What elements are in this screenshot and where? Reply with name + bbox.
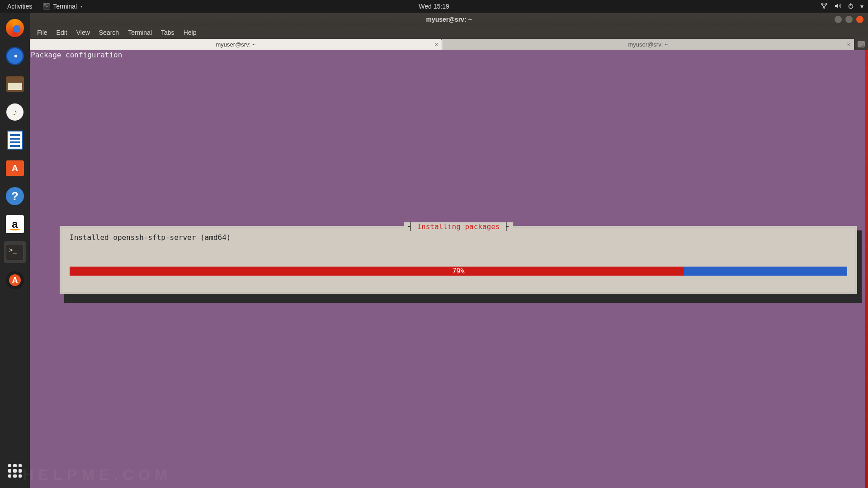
tab-active-label: myuser@srv: ~ [216, 41, 256, 48]
rhythmbox-icon[interactable]: ♪ [4, 101, 26, 123]
terminal-app-icon [43, 3, 50, 9]
amazon-icon[interactable]: a [4, 213, 26, 235]
menu-help[interactable]: Help [180, 29, 200, 36]
window-close-button[interactable] [856, 16, 863, 23]
terminal-body[interactable]: Package configuration ┤ Installing packa… [30, 50, 868, 488]
terminal-window: myuser@srv: ~ File Edit View Search Term… [30, 13, 868, 488]
progress-bar-fill [70, 267, 684, 276]
svg-point-2 [824, 7, 825, 8]
firefox-icon[interactable] [4, 17, 26, 39]
app-menu-label: Terminal [53, 3, 77, 10]
new-tab-icon [858, 41, 865, 47]
top-panel: Activities Terminal ▾ Wed 15:19 ▾ [0, 0, 868, 13]
menu-tabs[interactable]: Tabs [157, 29, 178, 36]
debconf-dialog: ┤ Installing packages ├ Installed openss… [60, 226, 857, 294]
terminal-tabbar: myuser@srv: ~ × myuser@srv: ~ × [30, 39, 868, 50]
dialog-title: ┤ Installing packages ├ [404, 222, 513, 231]
tab-inactive-label: myuser@srv: ~ [628, 41, 668, 48]
tab-close-icon[interactable]: × [847, 41, 850, 48]
window-maximize-button[interactable] [845, 16, 853, 23]
app-menu[interactable]: Terminal ▾ [43, 3, 82, 10]
files-icon[interactable] [4, 73, 26, 95]
package-configuration-label: Package configuration [31, 51, 122, 59]
terminal-icon[interactable] [4, 241, 26, 263]
launcher-dock: ♪ ? a A [0, 13, 30, 488]
menu-view[interactable]: View [73, 29, 94, 36]
activities-button[interactable]: Activities [5, 3, 35, 10]
dialog-status-line: Installed openssh-sftp-server (amd64) [70, 233, 231, 242]
clock-label[interactable]: Wed 15:19 [419, 3, 449, 10]
menu-edit[interactable]: Edit [53, 29, 71, 36]
thunderbird-icon[interactable] [4, 45, 26, 67]
tab-active[interactable]: myuser@srv: ~ × [30, 39, 442, 50]
window-minimize-button[interactable] [835, 16, 842, 23]
scrollbar[interactable] [865, 50, 868, 488]
window-title: myuser@srv: ~ [426, 16, 472, 23]
network-icon [821, 3, 828, 10]
show-apps-icon[interactable] [4, 460, 26, 482]
progress-bar [70, 267, 847, 276]
tab-inactive[interactable]: myuser@srv: ~ × [442, 39, 854, 50]
help-icon[interactable]: ? [4, 185, 26, 207]
system-status-area[interactable]: ▾ [821, 3, 863, 10]
terminal-menubar: File Edit View Search Terminal Tabs Help [30, 26, 868, 39]
tab-close-icon[interactable]: × [434, 41, 438, 48]
software-icon[interactable] [4, 157, 26, 179]
chevron-down-icon: ▾ [80, 5, 82, 9]
new-tab-button[interactable] [854, 39, 868, 50]
menu-terminal[interactable]: Terminal [124, 29, 156, 36]
writer-icon[interactable] [4, 129, 26, 151]
chevron-down-icon: ▾ [860, 3, 863, 10]
sound-icon [834, 3, 841, 10]
updater-icon[interactable]: A [4, 269, 26, 291]
window-titlebar: myuser@srv: ~ [30, 13, 868, 26]
menu-file[interactable]: File [33, 29, 51, 36]
power-icon [848, 3, 854, 10]
menu-search[interactable]: Search [95, 29, 123, 36]
